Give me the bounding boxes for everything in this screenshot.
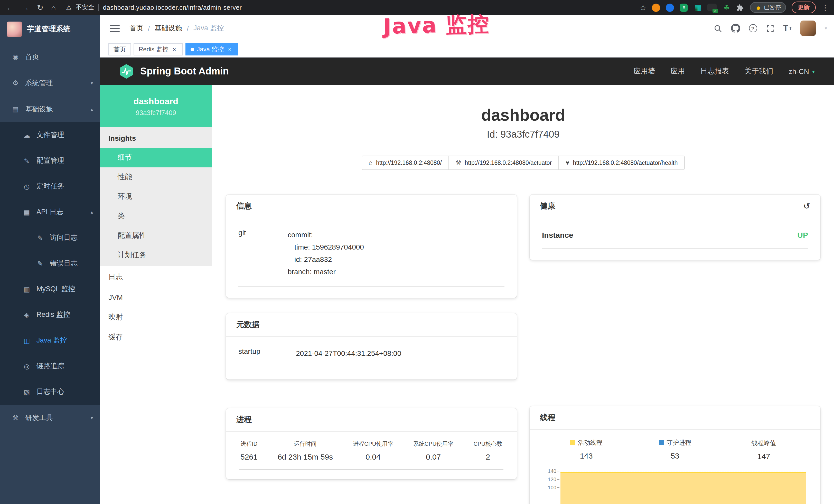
threads-card: 线程 活动线程 143 bbox=[530, 406, 820, 504]
process-card-title: 进程 bbox=[236, 415, 252, 425]
legend-live-threads: 活动线程 143 bbox=[542, 438, 631, 461]
sidebar-item-link-tracing[interactable]: ◎ 链路追踪 bbox=[0, 353, 100, 379]
instance-url-link[interactable]: ⌂ http://192.168.0.2:48080/ bbox=[361, 156, 449, 170]
sba-locale-select[interactable]: zh-CN ▾ bbox=[789, 67, 815, 75]
security-warning-icon: ⚠ bbox=[66, 4, 72, 11]
extension-icon-leaf[interactable]: ☘ bbox=[723, 3, 731, 12]
avatar-caret-down-icon[interactable]: ▾ bbox=[825, 26, 827, 31]
breadcrumb-home[interactable]: 首页 bbox=[129, 24, 143, 33]
help-icon[interactable]: ? bbox=[749, 24, 757, 32]
sidebar-item-infrastructure[interactable]: ▤ 基础设施 ▴ bbox=[0, 96, 100, 122]
extension-icon-fox[interactable] bbox=[652, 3, 660, 12]
breadcrumb-infrastructure[interactable]: 基础设施 bbox=[155, 24, 182, 33]
extension-icon-on-switch[interactable]: on bbox=[708, 4, 717, 11]
chevron-up-icon: ▴ bbox=[91, 209, 93, 215]
sidebar-item-scheduled-tasks[interactable]: ◷ 定时任务 bbox=[0, 174, 100, 199]
sba-nav-journal[interactable]: 日志报表 bbox=[700, 67, 729, 76]
sba-item-scheduled-tasks[interactable]: 计划任务 bbox=[100, 246, 212, 265]
eye-icon: ◎ bbox=[23, 362, 31, 370]
sidebar-item-config-management[interactable]: ✎ 配置管理 bbox=[0, 148, 100, 174]
actuator-url-link[interactable]: ⚒ http://192.168.0.2:48080/actuator bbox=[448, 156, 559, 170]
sba-app-header[interactable]: dashboard 93a3fc7f7409 bbox=[100, 85, 212, 127]
sba-item-config-props[interactable]: 配置属性 bbox=[100, 226, 212, 246]
sba-item-performance[interactable]: 性能 bbox=[100, 167, 212, 187]
health-url-link[interactable]: ♥ http://192.168.0.2:48080/actuator/heal… bbox=[558, 156, 685, 170]
sba-item-mappings[interactable]: 映射 bbox=[100, 307, 212, 327]
font-size-icon[interactable]: T T bbox=[783, 24, 792, 32]
live-threads-area bbox=[561, 472, 806, 504]
stat-system-cpu: 系统CPU使用率 0.07 bbox=[413, 440, 453, 461]
sba-app-id: 93a3fc7f7409 bbox=[136, 109, 176, 116]
sba-nav-applications[interactable]: 应用 bbox=[671, 67, 685, 76]
tab-home[interactable]: 首页 bbox=[108, 43, 131, 55]
sidebar-item-java-monitor[interactable]: ◫ Java 监控 bbox=[0, 328, 100, 353]
infrastructure-icon: ▤ bbox=[11, 105, 20, 113]
database-icon: ▥ bbox=[23, 285, 31, 293]
fullscreen-icon[interactable] bbox=[766, 24, 774, 32]
github-icon[interactable] bbox=[731, 24, 740, 33]
app-title: 芋道管理系统 bbox=[27, 25, 70, 34]
sidebar-item-file-management[interactable]: ☁ 文件管理 bbox=[0, 122, 100, 148]
tab-java-monitor[interactable]: Java 监控 × bbox=[185, 43, 238, 55]
sba-item-environment[interactable]: 环境 bbox=[100, 187, 212, 206]
chevron-down-icon: ▾ bbox=[812, 69, 815, 74]
tools-icon: ⚒ bbox=[11, 414, 20, 421]
sidebar-item-redis-monitor[interactable]: ◈ Redis 监控 bbox=[0, 302, 100, 328]
extensions-puzzle-icon[interactable] bbox=[737, 3, 745, 12]
security-label: 不安全 bbox=[76, 3, 94, 12]
browser-chrome: ← → ↻ ⌂ ⚠ 不安全 dashboard.yudao.iocoder.cn… bbox=[0, 0, 834, 15]
close-icon[interactable]: × bbox=[226, 46, 233, 53]
process-stats-row: 进程ID 5261 运行时间 6d 23h 15m 59s 进程CPU使用率 bbox=[239, 440, 503, 470]
right-column: 健康 ↺ Instance UP bbox=[530, 194, 820, 504]
chart-gridline bbox=[561, 471, 806, 472]
search-icon[interactable] bbox=[713, 24, 722, 32]
browser-home-icon[interactable]: ⌂ bbox=[51, 4, 56, 11]
avatar[interactable] bbox=[800, 21, 816, 36]
legend-peak-threads: 线程峰值 147 bbox=[720, 438, 808, 461]
address-bar[interactable]: ⚠ 不安全 dashboard.yudao.iocoder.cn/infra/a… bbox=[66, 3, 242, 12]
tags-view-bar: 首页 Redis 监控 × Java 监控 × bbox=[100, 42, 834, 58]
profile-paused-badge[interactable]: ☻ 已暂停 bbox=[750, 2, 786, 13]
sba-item-caches[interactable]: 缓存 bbox=[100, 327, 212, 347]
sba-insights-group: Insights 细节 性能 环境 类 配置属性 计划任务 bbox=[100, 127, 212, 266]
health-card: 健康 ↺ Instance UP bbox=[530, 194, 820, 260]
sidebar-item-error-logs[interactable]: ✎ 错误日志 bbox=[0, 251, 100, 276]
sba-item-classes[interactable]: 类 bbox=[100, 206, 212, 226]
sba-item-logs[interactable]: 日志 bbox=[100, 267, 212, 287]
document-icon: ✎ bbox=[36, 234, 44, 242]
sidebar-item-log-center[interactable]: ▧ 日志中心 bbox=[0, 379, 100, 405]
wrench-icon: ⚒ bbox=[456, 159, 461, 166]
sidebar-item-api-logs[interactable]: ▦ API 日志 ▴ bbox=[0, 199, 100, 225]
sidebar-item-system-management[interactable]: ⚙ 系统管理 ▾ bbox=[0, 70, 100, 96]
threads-chart: 140 120 100 bbox=[542, 467, 808, 504]
extension-icon-grid[interactable]: ▦ bbox=[694, 3, 702, 12]
sidebar-item-mysql-monitor[interactable]: ▥ MySQL 监控 bbox=[0, 276, 100, 302]
browser-back-icon[interactable]: ← bbox=[6, 4, 14, 11]
sba-nav-wall[interactable]: 应用墙 bbox=[634, 67, 655, 76]
bookmark-star-icon[interactable]: ☆ bbox=[640, 4, 646, 11]
home-icon: ⌂ bbox=[369, 159, 373, 166]
sba-nav-about[interactable]: 关于我们 bbox=[745, 67, 773, 76]
chrome-update-button[interactable]: 更新 bbox=[792, 2, 816, 13]
sba-app-name: dashboard bbox=[134, 96, 178, 107]
sba-item-details[interactable]: 细节 bbox=[100, 148, 212, 167]
sidebar-item-access-logs[interactable]: ✎ 访问日志 bbox=[0, 225, 100, 251]
close-icon[interactable]: × bbox=[171, 46, 178, 53]
sidebar-item-dev-tools[interactable]: ⚒ 研发工具 ▾ bbox=[0, 405, 100, 431]
sba-item-jvm[interactable]: JVM bbox=[100, 287, 212, 307]
extension-icon-y[interactable]: Y bbox=[680, 3, 688, 12]
edit-icon: ✎ bbox=[23, 157, 31, 165]
cards-grid: 信息 git commit: time: 1596289704000 id: 2… bbox=[212, 170, 834, 504]
app-logo[interactable]: 芋道管理系统 bbox=[0, 15, 100, 44]
document-icon: ✎ bbox=[36, 259, 44, 267]
sba-brand[interactable]: Spring Boot Admin bbox=[119, 64, 229, 79]
sidebar-item-home[interactable]: ◉ 首页 bbox=[0, 44, 100, 70]
health-history-icon[interactable]: ↺ bbox=[803, 201, 810, 211]
extension-icon-drop[interactable] bbox=[666, 3, 674, 12]
browser-reload-icon[interactable]: ↻ bbox=[37, 4, 43, 11]
browser-forward-icon[interactable]: → bbox=[22, 4, 29, 11]
hamburger-icon[interactable] bbox=[110, 24, 120, 32]
browser-menu-kebab-icon[interactable]: ⋮ bbox=[821, 4, 829, 11]
tab-redis-monitor[interactable]: Redis 监控 × bbox=[134, 43, 183, 55]
sba-main: dashboard Id: 93a3fc7f7409 ⌂ http://192.… bbox=[212, 85, 834, 504]
